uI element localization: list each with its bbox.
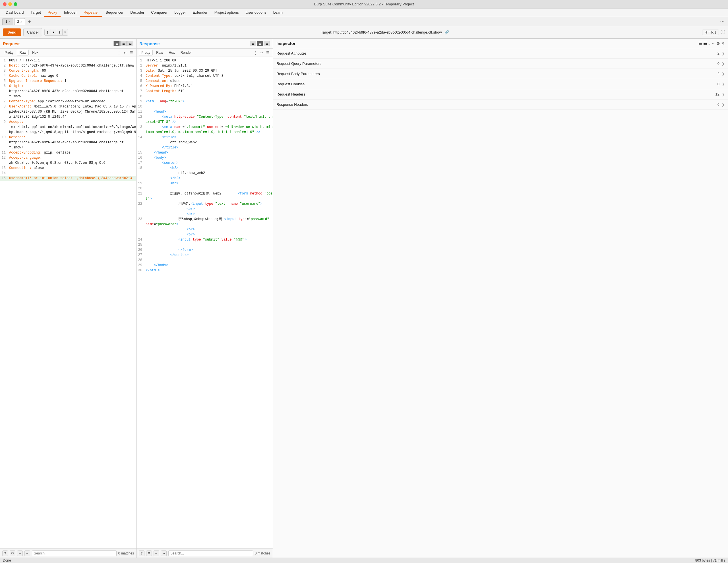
request-line-14: 14: [0, 171, 136, 176]
menu-target[interactable]: Target: [27, 9, 44, 17]
response-search-input[interactable]: [168, 550, 253, 556]
cancel-button[interactable]: Cancel: [23, 28, 42, 36]
response-view-btn-2[interactable]: ☱: [257, 41, 263, 46]
inspector-row-request-cookies[interactable]: Request Cookies 0 ❯: [273, 79, 728, 89]
response-code-area[interactable]: 1 HTTP/1.1 200 OK 2 Server: nginx/1.21.1…: [137, 57, 273, 548]
inspector-settings-icon[interactable]: ⚙: [716, 41, 720, 46]
help-icon[interactable]: ⓘ: [721, 29, 725, 35]
window-controls[interactable]: [3, 2, 17, 6]
menu-intruder[interactable]: Intruder: [61, 9, 80, 17]
response-view-btn-1[interactable]: ☰: [250, 41, 256, 46]
inspector-count-request-attributes: 2: [717, 51, 719, 55]
resp-line-22b: <br>: [137, 206, 273, 212]
resp-line-14b: ctf.show_web2: [137, 140, 273, 145]
inspector-icon-group: ☰ ☷ ↕ ↔ ⚙ ✕: [698, 41, 725, 46]
resp-line-1: 1 HTTP/1.1 200 OK: [137, 58, 273, 63]
inspector-close-icon[interactable]: ✕: [721, 41, 725, 46]
inspector-row-request-headers[interactable]: Request Headers 12 ❯: [273, 89, 728, 100]
menu-dashboard[interactable]: Dashboard: [2, 9, 27, 17]
request-wrap-icon[interactable]: ↵: [123, 51, 128, 55]
resp-line-8: 8: [137, 94, 273, 99]
request-code-area[interactable]: 1 POST / HTTP/1.1 2 Host: cb43462f-b9f6-…: [0, 57, 136, 548]
menu-proxy[interactable]: Proxy: [44, 9, 61, 17]
request-view-btn-1[interactable]: ☰: [113, 41, 120, 46]
request-line-6a: 6 Origin:: [0, 84, 136, 89]
response-view-btn-3[interactable]: ☲: [264, 41, 270, 46]
menu-decoder[interactable]: Decoder: [127, 9, 148, 17]
response-matches: 0 matches: [255, 551, 270, 555]
inspector-label-request-query: Request Query Parameters: [276, 61, 717, 66]
request-line-12a: 12 Accept-Language:: [0, 155, 136, 160]
inspector-sort-icon[interactable]: ↕: [708, 41, 710, 46]
maximize-button[interactable]: [14, 2, 17, 6]
inspector-row-request-body[interactable]: Request Body Parameters 2 ❯: [273, 69, 728, 79]
close-button[interactable]: [3, 2, 7, 6]
response-bottom-bar: ? ⚙ ← → 0 matches: [137, 548, 273, 558]
menu-repeater[interactable]: Repeater: [80, 9, 102, 17]
request-line-2: 2 Host: cb43462f-b9f6-437e-a2da-eb3cc02c…: [0, 63, 136, 68]
request-menu-icon[interactable]: ☰: [129, 51, 134, 55]
menu-project-options[interactable]: Project options: [211, 9, 242, 17]
minimize-button[interactable]: [8, 2, 12, 6]
request-line-3: 3 Content-Length: 60: [0, 68, 136, 73]
request-view-btn-3[interactable]: ☲: [127, 41, 133, 46]
menu-comparer[interactable]: Comparer: [148, 9, 171, 17]
request-forward-icon[interactable]: →: [24, 550, 30, 556]
inspector-chevron-2: ❯: [722, 72, 725, 76]
response-back-icon[interactable]: ←: [154, 550, 159, 556]
menu-sequencer[interactable]: Sequencer: [102, 9, 127, 17]
menu-learn[interactable]: Learn: [270, 9, 286, 17]
request-bottom-bar: ? ⚙ ← → 0 matches: [0, 548, 136, 558]
response-view-buttons: ☰ ☱ ☲: [250, 41, 270, 46]
response-tab-render[interactable]: Render: [178, 50, 194, 55]
response-format-icon[interactable]: ⋮: [253, 51, 258, 55]
request-settings-icon[interactable]: ⚙: [10, 550, 15, 556]
request-back-icon[interactable]: ←: [17, 550, 23, 556]
request-view-btn-2[interactable]: ☱: [120, 41, 127, 46]
nav-back-button[interactable]: ❮: [45, 29, 51, 35]
resp-line-10: 10: [137, 104, 273, 109]
request-tab-pretty[interactable]: Pretty: [2, 50, 16, 55]
inspector-chevron-5: ❯: [722, 103, 725, 107]
nav-dropdown2-button[interactable]: ▾: [63, 29, 68, 35]
tab-1-close[interactable]: ×: [9, 20, 10, 23]
response-menu-icon[interactable]: ☰: [265, 51, 270, 55]
request-search-input[interactable]: [32, 550, 117, 556]
tab-overflow-button[interactable]: ⋯: [719, 19, 726, 24]
inspector-split-icon[interactable]: ↔: [711, 41, 715, 46]
response-settings-icon[interactable]: ⚙: [146, 550, 152, 556]
menu-extender[interactable]: Extender: [189, 9, 211, 17]
response-tab-raw[interactable]: Raw: [154, 50, 165, 55]
request-format-icon[interactable]: ⋮: [116, 51, 122, 55]
request-tab-hex[interactable]: Hex: [30, 50, 40, 55]
nav-forward-button[interactable]: ❯: [56, 29, 63, 35]
resp-line-19: 19 <hr>: [137, 181, 273, 186]
tab-2[interactable]: 2 ×: [14, 18, 25, 25]
resp-line-18c: </h2>: [137, 176, 273, 181]
resp-line-14: 14 <title>: [137, 135, 273, 140]
response-help-icon[interactable]: ?: [139, 550, 144, 556]
inspector-row-response-headers[interactable]: Response Headers 6 ❯: [273, 100, 728, 110]
send-button[interactable]: Send: [3, 28, 21, 36]
request-help-icon[interactable]: ?: [2, 550, 8, 556]
resp-line-24: 24 <input type="submit" value="登陆">: [137, 237, 273, 242]
inspector-view-icon-2[interactable]: ☷: [703, 41, 707, 46]
inspector-row-request-query[interactable]: Request Query Parameters 0 ❯: [273, 59, 728, 69]
request-sub-tabs: Pretty Raw Hex ⋮ ↵ ☰: [0, 49, 136, 57]
add-tab-button[interactable]: +: [26, 18, 33, 25]
nav-dropdown-button[interactable]: ▾: [51, 29, 56, 35]
inspector-count-request-headers: 12: [715, 92, 719, 96]
target-link-icon[interactable]: 🔗: [444, 30, 449, 34]
response-wrap-icon[interactable]: ↵: [259, 51, 264, 55]
request-line-6c: f.show: [0, 94, 136, 99]
request-tab-raw[interactable]: Raw: [17, 50, 29, 55]
tab-1[interactable]: 1 ×: [2, 18, 13, 25]
inspector-row-request-attributes[interactable]: Request Attributes 2 ❯: [273, 48, 728, 59]
response-forward-icon[interactable]: →: [161, 550, 167, 556]
response-tab-pretty[interactable]: Pretty: [139, 50, 153, 55]
inspector-view-icon-1[interactable]: ☰: [698, 41, 702, 46]
tab-2-close[interactable]: ×: [20, 20, 22, 23]
menu-user-options[interactable]: User options: [242, 9, 270, 17]
response-tab-hex[interactable]: Hex: [166, 50, 177, 55]
menu-logger[interactable]: Logger: [171, 9, 189, 17]
